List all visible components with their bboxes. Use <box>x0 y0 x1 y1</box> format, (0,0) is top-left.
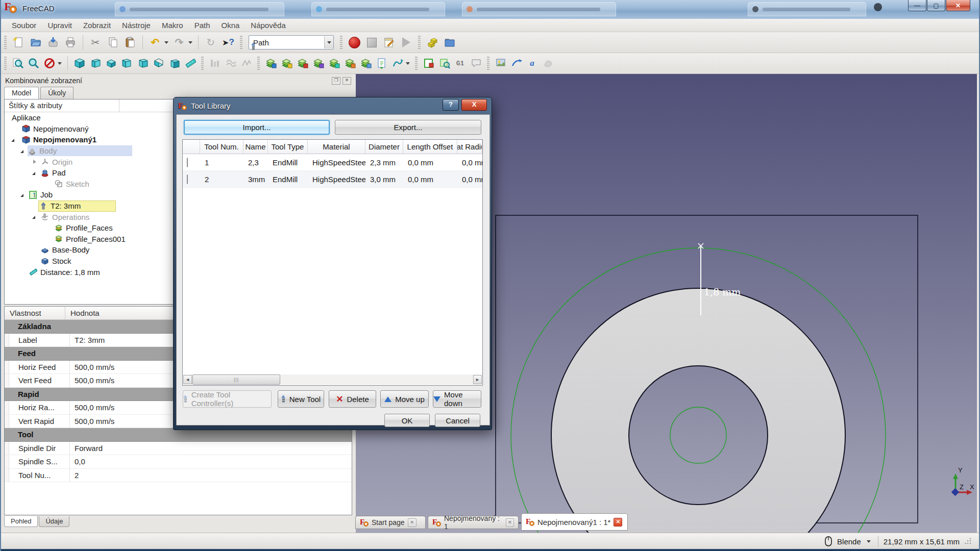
maximize-button[interactable]: ▢ <box>927 0 945 11</box>
expander-icon[interactable] <box>11 139 14 142</box>
expander-icon[interactable] <box>32 172 35 175</box>
dock-close-icon[interactable]: ✕ <box>342 77 351 85</box>
path-helix-icon[interactable] <box>326 56 342 71</box>
measure-distance-icon[interactable] <box>182 56 198 71</box>
toolbar-grip[interactable] <box>340 36 342 49</box>
tab-model[interactable]: Model <box>4 87 39 99</box>
path-stock-icon[interactable] <box>493 56 508 71</box>
bottom-view-icon[interactable] <box>151 56 166 71</box>
refresh-icon[interactable]: ↻ <box>202 34 219 51</box>
toolbar-grip[interactable] <box>4 36 7 49</box>
draw-style-icon[interactable] <box>41 56 57 71</box>
open-website-icon[interactable] <box>441 34 458 51</box>
macro-stop-icon[interactable] <box>363 34 380 51</box>
fit-all-icon[interactable] <box>10 56 26 71</box>
tab-udaje[interactable]: Údaje <box>39 516 69 527</box>
paste-icon[interactable] <box>121 34 139 51</box>
toolbar-grip[interactable] <box>4 57 7 70</box>
top-view-icon[interactable] <box>103 56 119 71</box>
workbench-selector[interactable]: Path <box>249 35 334 49</box>
tool-checkbox[interactable] <box>187 174 188 184</box>
dialog-help-button[interactable]: ? <box>443 99 459 111</box>
redo-icon[interactable]: ↷ <box>170 34 188 51</box>
path-face-icon[interactable] <box>310 56 326 71</box>
horizontal-scrollbar[interactable]: ◄ ||| ► <box>183 374 482 385</box>
new-tool-button[interactable]: New Tool <box>278 390 324 408</box>
property-row[interactable]: Spindle DirForward <box>5 442 352 456</box>
dock-float-icon[interactable]: ❐ <box>332 77 340 85</box>
toolbar-grip[interactable] <box>415 57 418 70</box>
toolbar-grip[interactable] <box>201 57 204 70</box>
tab-close-icon[interactable]: ✕ <box>506 518 514 527</box>
path-comment-icon[interactable] <box>468 56 484 71</box>
mdi-tab-nepojmenovany1[interactable]: F Nepojmenovaný1 : 1* ✕ <box>521 513 628 531</box>
new-document-icon[interactable] <box>10 34 27 51</box>
toolbar-grip[interactable] <box>487 57 489 70</box>
right-view-icon[interactable] <box>119 56 135 71</box>
path-drilling-icon[interactable] <box>295 56 310 71</box>
path-inspect-icon[interactable] <box>207 56 223 71</box>
cut-icon[interactable]: ✂ <box>87 34 104 51</box>
path-sanity-icon[interactable] <box>238 56 254 71</box>
path-toolcontroller-icon[interactable] <box>436 56 452 71</box>
part-simple-icon[interactable] <box>424 34 441 51</box>
disc-hole[interactable] <box>629 366 768 505</box>
expander-icon[interactable] <box>20 150 23 153</box>
menu-upravit[interactable]: Upravit <box>42 19 78 31</box>
path-custom-icon[interactable] <box>540 56 556 71</box>
nav-style-selector[interactable]: Blende <box>837 537 861 546</box>
menu-okna[interactable]: Okna <box>215 19 245 31</box>
menu-makro[interactable]: Makro <box>156 19 189 31</box>
path-pocket-icon[interactable] <box>279 56 295 71</box>
draw-style-dropdown-icon[interactable] <box>58 62 62 65</box>
copy-icon[interactable] <box>104 34 121 51</box>
menu-nastroje[interactable]: Nástroje <box>116 19 156 31</box>
whats-this-icon[interactable]: ➤? <box>219 34 237 51</box>
zoom-icon[interactable] <box>26 56 41 71</box>
expander-icon[interactable] <box>20 194 23 197</box>
delete-button[interactable]: ✕ Delete <box>329 390 376 408</box>
toolbar-grip[interactable] <box>240 36 242 49</box>
tool-row-1[interactable]: 1 2,3 EndMill HighSpeedSteel 2,3 mm 0,0 … <box>183 154 482 171</box>
scrollbar-thumb[interactable]: ||| <box>192 374 280 385</box>
path-dressup-dropdown-icon[interactable] <box>406 62 410 65</box>
tab-ukoly[interactable]: Úkoly <box>40 87 74 99</box>
tab-close-icon[interactable]: ✕ <box>408 518 416 527</box>
left-view-icon[interactable] <box>166 56 182 71</box>
dialog-close-button[interactable]: X <box>461 99 487 111</box>
close-button[interactable]: ✕ <box>946 0 970 11</box>
mdi-tab-nepojmenovany[interactable]: F Nepojmenovaný : 1 ✕ <box>428 516 519 529</box>
path-job-icon[interactable] <box>421 56 436 71</box>
expander-icon[interactable] <box>32 216 35 219</box>
path-fixture-icon[interactable] <box>508 56 524 71</box>
front-view-icon[interactable] <box>87 56 103 71</box>
export-button[interactable]: Export... <box>335 120 481 135</box>
cancel-button[interactable]: Cancel <box>435 414 480 427</box>
path-post-process-icon[interactable] <box>374 56 389 71</box>
macro-record-icon[interactable] <box>346 34 363 51</box>
nav-style-dropdown-icon[interactable] <box>867 540 871 543</box>
path-gcode-icon[interactable]: G1 <box>452 56 468 71</box>
tab-pohled[interactable]: Pohled <box>4 516 38 527</box>
create-tool-controller-button[interactable]: Create Tool Controller(s) <box>183 390 272 408</box>
undo-dropdown-icon[interactable] <box>164 41 168 44</box>
tool-library-dialog[interactable]: F Tool Library ? X Import... Export... T… <box>173 97 492 430</box>
move-up-button[interactable]: Move up <box>380 390 429 408</box>
workbench-dropdown-icon[interactable] <box>324 36 333 48</box>
open-document-icon[interactable] <box>27 34 44 51</box>
resize-grip[interactable] <box>965 538 972 545</box>
menu-napoveda[interactable]: Nápověda <box>245 19 291 31</box>
path-simulator-icon[interactable] <box>223 56 238 71</box>
tab-close-icon[interactable]: ✕ <box>614 518 622 527</box>
expander-icon[interactable] <box>33 160 36 164</box>
tool-checkbox[interactable] <box>187 158 188 167</box>
redo-dropdown-icon[interactable] <box>188 41 192 44</box>
print-icon[interactable] <box>62 34 79 51</box>
rear-view-icon[interactable] <box>135 56 151 71</box>
toolbar-grip[interactable] <box>418 36 421 49</box>
scroll-left-icon[interactable]: ◄ <box>183 375 192 384</box>
menu-soubor[interactable]: Soubor <box>6 19 42 31</box>
toolbar-grip[interactable] <box>257 57 260 70</box>
mdi-tab-start-page[interactable]: F Start page ✕ <box>355 516 426 529</box>
minimize-button[interactable]: — <box>908 0 926 11</box>
